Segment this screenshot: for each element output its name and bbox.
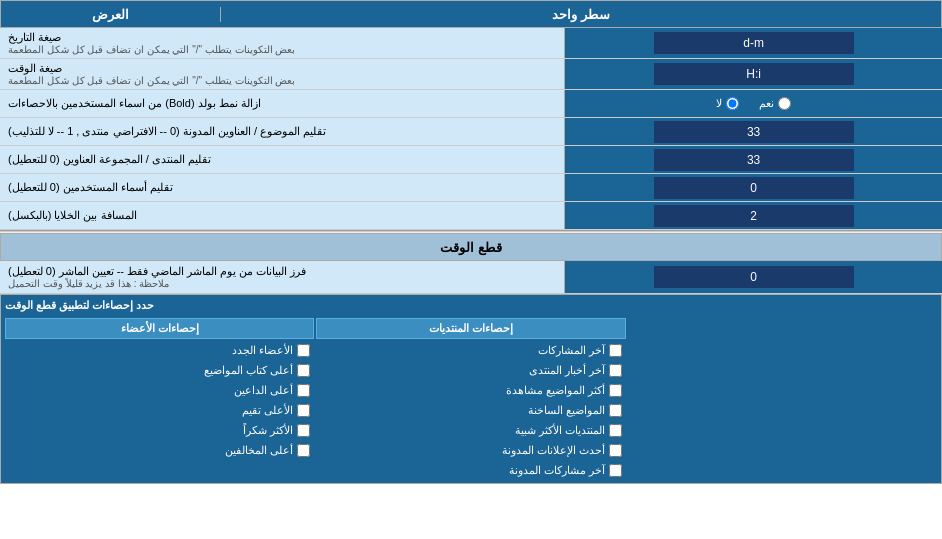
member-stat-label-1: الأعضاء الجدد bbox=[232, 344, 293, 357]
forum-stat-item-7: آخر مشاركات المدونة bbox=[316, 462, 625, 479]
member-stats-header: إحصاءات الأعضاء bbox=[5, 318, 314, 339]
cell-spacing-input-cell bbox=[565, 202, 942, 229]
time-cut-input-cell bbox=[565, 261, 942, 293]
bold-remove-radio-cell: نعم لا bbox=[565, 90, 942, 117]
user-limit-row: تقليم أسماء المستخدمين (0 للتعطيل) bbox=[0, 174, 942, 202]
cell-spacing-row: المسافة بين الخلايا (بالبكسل) bbox=[0, 202, 942, 230]
header-right-label: العرض bbox=[1, 7, 221, 22]
forum-stat-item-1: آخر المشاركات bbox=[316, 342, 625, 359]
time-format-input-cell bbox=[565, 59, 942, 89]
forum-stat-item-5: المنتديات الأكثر شبية bbox=[316, 422, 625, 439]
time-format-input[interactable] bbox=[654, 63, 854, 85]
forum-limit-label: تقليم المنتدى / المجموعة العناوين (0 للت… bbox=[0, 146, 565, 173]
forum-limit-input-cell bbox=[565, 146, 942, 173]
time-format-row: صيغة الوقت بعض التكوينات يتطلب "/" التي … bbox=[0, 59, 942, 90]
forum-stat-item-6: أحدث الإعلانات المدونة bbox=[316, 442, 625, 459]
user-limit-title: تقليم أسماء المستخدمين (0 للتعطيل) bbox=[8, 181, 173, 194]
time-cut-label: فرز البيانات من يوم الماشر الماضي فقط --… bbox=[0, 261, 565, 293]
forum-stat-label-6: أحدث الإعلانات المدونة bbox=[502, 444, 605, 457]
forum-stat-item-3: أكثر المواضيع مشاهدة bbox=[316, 382, 625, 399]
forum-stat-item-2: آخر أخبار المنتدى bbox=[316, 362, 625, 379]
forum-stat-item-4: المواضيع الساخنة bbox=[316, 402, 625, 419]
forum-stat-checkbox-7[interactable] bbox=[609, 464, 622, 477]
checkboxes-limit-label: حدد إحصاءات لتطبيق قطع الوقت bbox=[5, 299, 154, 312]
checkboxes-limit-row: حدد إحصاءات لتطبيق قطع الوقت bbox=[5, 299, 937, 312]
member-stat-item-3: أعلى الداعين bbox=[5, 382, 314, 399]
forum-stat-checkbox-4[interactable] bbox=[609, 404, 622, 417]
member-stat-checkbox-6[interactable] bbox=[297, 444, 310, 457]
date-format-input-cell bbox=[565, 28, 942, 58]
bold-remove-row: نعم لا ازالة نمط بولد (Bold) من اسماء ال… bbox=[0, 90, 942, 118]
main-container: سطر واحد العرض صيغة التاريخ بعض التكوينا… bbox=[0, 0, 942, 484]
time-cut-input[interactable] bbox=[654, 266, 854, 288]
topic-limit-input[interactable] bbox=[654, 121, 854, 143]
radio-yes-label[interactable]: نعم bbox=[759, 97, 791, 110]
member-stat-label-3: أعلى الداعين bbox=[234, 384, 293, 397]
forum-limit-title: تقليم المنتدى / المجموعة العناوين (0 للت… bbox=[8, 153, 211, 166]
bold-remove-label: ازالة نمط بولد (Bold) من اسماء المستخدمي… bbox=[0, 90, 565, 117]
forum-stat-checkbox-3[interactable] bbox=[609, 384, 622, 397]
forum-stat-label-4: المواضيع الساخنة bbox=[528, 404, 605, 417]
member-stat-checkbox-4[interactable] bbox=[297, 404, 310, 417]
forum-stat-checkbox-1[interactable] bbox=[609, 344, 622, 357]
forum-stat-checkbox-2[interactable] bbox=[609, 364, 622, 377]
forum-stat-label-5: المنتديات الأكثر شبية bbox=[515, 424, 605, 437]
forum-stat-label-3: أكثر المواضيع مشاهدة bbox=[506, 384, 605, 397]
member-stat-item-1: الأعضاء الجدد bbox=[5, 342, 314, 359]
forum-stat-label-7: آخر مشاركات المدونة bbox=[509, 464, 605, 477]
header-row: سطر واحد العرض bbox=[0, 0, 942, 28]
bold-remove-title: ازالة نمط بولد (Bold) من اسماء المستخدمي… bbox=[8, 97, 261, 110]
date-format-row: صيغة التاريخ بعض التكوينات يتطلب "/" الت… bbox=[0, 28, 942, 59]
checkboxes-section: حدد إحصاءات لتطبيق قطع الوقت إحصاءات الم… bbox=[0, 294, 942, 484]
member-stat-checkbox-2[interactable] bbox=[297, 364, 310, 377]
user-limit-input[interactable] bbox=[654, 177, 854, 199]
member-stat-label-2: أعلى كتاب المواضيع bbox=[204, 364, 293, 377]
date-format-label: صيغة التاريخ بعض التكوينات يتطلب "/" الت… bbox=[0, 28, 565, 58]
member-stat-label-6: أعلى المخالفين bbox=[225, 444, 293, 457]
cell-spacing-input[interactable] bbox=[654, 205, 854, 227]
member-stat-item-2: أعلى كتاب المواضيع bbox=[5, 362, 314, 379]
date-format-note: بعض التكوينات يتطلب "/" التي يمكن ان تضا… bbox=[8, 44, 295, 55]
time-cut-main-text: فرز البيانات من يوم الماشر الماضي فقط --… bbox=[8, 265, 306, 278]
forum-stat-label-2: آخر أخبار المنتدى bbox=[529, 364, 605, 377]
member-stat-item-4: الأعلى تقيم bbox=[5, 402, 314, 419]
radio-no[interactable] bbox=[726, 97, 739, 110]
member-stat-checkbox-5[interactable] bbox=[297, 424, 310, 437]
time-cut-row: فرز البيانات من يوم الماشر الماضي فقط --… bbox=[0, 261, 942, 294]
topic-limit-title: تقليم الموضوع / العناوين المدونة (0 -- ا… bbox=[8, 125, 326, 138]
header-title: سطر واحد bbox=[221, 7, 941, 22]
topic-limit-input-cell bbox=[565, 118, 942, 145]
forum-stat-checkbox-6[interactable] bbox=[609, 444, 622, 457]
checkboxes-empty-col bbox=[628, 318, 937, 479]
radio-yes-text: نعم bbox=[759, 97, 774, 110]
time-cut-header: قطع الوقت bbox=[0, 233, 942, 261]
time-cut-title: قطع الوقت bbox=[440, 240, 502, 255]
radio-no-label[interactable]: لا bbox=[716, 97, 739, 110]
cell-spacing-title: المسافة بين الخلايا (بالبكسل) bbox=[8, 209, 137, 222]
user-limit-label: تقليم أسماء المستخدمين (0 للتعطيل) bbox=[0, 174, 565, 201]
date-format-title: صيغة التاريخ bbox=[8, 31, 61, 44]
forum-stats-col: إحصاءات المنتديات آخر المشاركات آخر أخبا… bbox=[316, 318, 625, 479]
checkboxes-columns: إحصاءات المنتديات آخر المشاركات آخر أخبا… bbox=[5, 318, 937, 479]
member-stat-checkbox-3[interactable] bbox=[297, 384, 310, 397]
member-stats-col: إحصاءات الأعضاء الأعضاء الجدد أعلى كتاب … bbox=[5, 318, 314, 479]
cell-spacing-label: المسافة بين الخلايا (بالبكسل) bbox=[0, 202, 565, 229]
member-stat-label-5: الأكثر شكراً bbox=[243, 424, 293, 437]
member-stat-item-6: أعلى المخالفين bbox=[5, 442, 314, 459]
topic-limit-row: تقليم الموضوع / العناوين المدونة (0 -- ا… bbox=[0, 118, 942, 146]
time-format-label: صيغة الوقت بعض التكوينات يتطلب "/" التي … bbox=[0, 59, 565, 89]
user-limit-input-cell bbox=[565, 174, 942, 201]
topic-limit-label: تقليم الموضوع / العناوين المدونة (0 -- ا… bbox=[0, 118, 565, 145]
time-cut-note: ملاحظة : هذا قد يزيد قليلاً وقت التحميل bbox=[8, 278, 169, 289]
time-format-title: صيغة الوقت bbox=[8, 62, 62, 75]
member-stat-checkbox-1[interactable] bbox=[297, 344, 310, 357]
member-stat-label-4: الأعلى تقيم bbox=[242, 404, 293, 417]
radio-yes[interactable] bbox=[778, 97, 791, 110]
forum-stat-label-1: آخر المشاركات bbox=[538, 344, 605, 357]
date-format-input[interactable] bbox=[654, 32, 854, 54]
member-stat-item-5: الأكثر شكراً bbox=[5, 422, 314, 439]
forum-limit-row: تقليم المنتدى / المجموعة العناوين (0 للت… bbox=[0, 146, 942, 174]
forum-stats-header: إحصاءات المنتديات bbox=[316, 318, 625, 339]
forum-limit-input[interactable] bbox=[654, 149, 854, 171]
forum-stat-checkbox-5[interactable] bbox=[609, 424, 622, 437]
